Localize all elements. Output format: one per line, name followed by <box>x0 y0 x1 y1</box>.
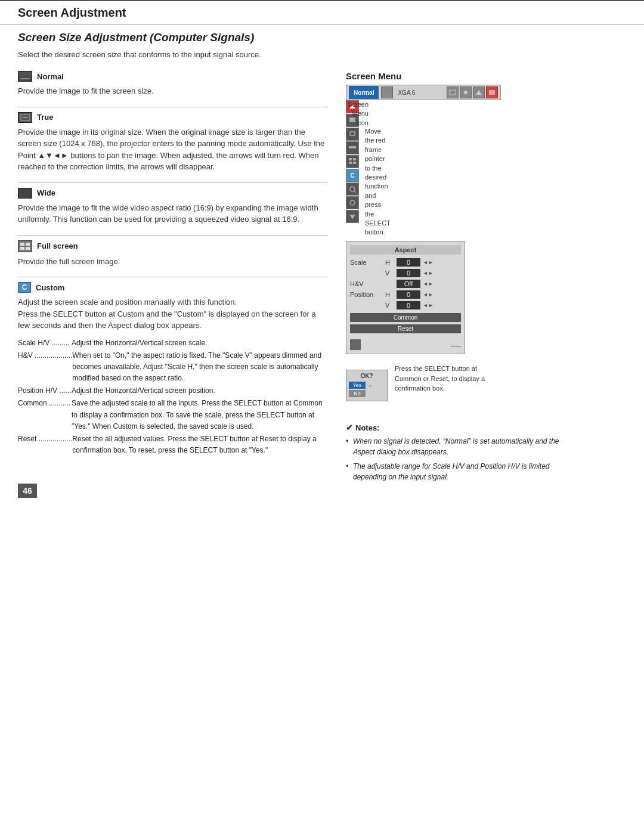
aspect-h-sublabel: H <box>385 259 394 266</box>
svg-rect-9 <box>349 146 356 148</box>
left-column: Normal Provide the image to fit the scre… <box>18 71 328 486</box>
menu-normal-btn[interactable]: Normal <box>349 86 379 99</box>
custom-icon: C <box>18 282 31 293</box>
mode-custom-header: C Custom <box>18 282 328 293</box>
fullscreen-label: Full screen <box>37 241 78 250</box>
menu-icon-2-svg <box>462 89 469 95</box>
two-col-layout: Normal Provide the image to fit the scre… <box>18 71 626 486</box>
detail-val-common: Save the adjusted scale to all the input… <box>72 398 328 432</box>
svg-marker-17 <box>349 215 355 219</box>
wide-desc: Provide the image to fit the wide video … <box>18 202 328 225</box>
mode-wide-header: Wide <box>18 188 328 199</box>
detail-val-scale: Adjust the Horizontal/Vertical screen sc… <box>72 337 328 349</box>
screen-menu-icon-callout: Screen Menu icon <box>348 100 369 128</box>
fullscreen-desc: Provide the full screen image. <box>18 256 328 268</box>
strip-box-zoom <box>346 182 359 196</box>
svg-line-15 <box>354 191 356 193</box>
menu-icon-1 <box>447 86 459 98</box>
aspect-pos-v-value: 0 <box>397 301 420 309</box>
aspect-buttons: Common Reset <box>350 313 461 333</box>
svg-rect-8 <box>350 132 355 135</box>
menu-icon-3 <box>473 86 485 98</box>
ok-no-row: No <box>349 390 385 397</box>
divider-4 <box>18 277 328 277</box>
header-title: Screen Adjustment <box>18 6 126 19</box>
custom-label: Custom <box>36 283 64 292</box>
notes-title-text: Notes: <box>355 423 379 432</box>
svg-marker-4 <box>476 90 482 95</box>
menu-icon-3-svg <box>475 89 482 95</box>
true-icon-svg <box>20 114 30 121</box>
common-button[interactable]: Common <box>350 313 461 322</box>
right-diagrams: Aspect Scale H 0 ◄► V <box>346 235 572 486</box>
camera-icon <box>381 86 393 98</box>
true-desc: Provide the image in its original size. … <box>18 126 328 173</box>
detail-key-scale: Scale H/V ......... <box>18 337 72 349</box>
aspect-scale-label: Scale <box>350 259 383 266</box>
ok-no-btn[interactable]: No <box>349 390 366 397</box>
mode-wide: Wide Provide the image to fit the wide v… <box>18 188 328 225</box>
true-label: True <box>37 113 53 122</box>
mode-normal: Normal Provide the image to fit the scre… <box>18 71 328 97</box>
fs-cell-2 <box>26 243 30 246</box>
content-area: Screen Size Adjustment (Computer Signals… <box>0 31 644 504</box>
aspect-scale-v-arrow: ◄► <box>423 270 434 276</box>
zoom-minus-icon <box>348 199 357 207</box>
fullscreen-mode-icon <box>348 157 357 166</box>
aspect-dialog-title: Aspect <box>350 245 461 255</box>
detail-key-reset: Reset ................. <box>18 433 72 456</box>
detail-item-hv: H&V ................... When set to "On,… <box>18 350 328 385</box>
aspect-footer-text: ___ <box>451 340 461 347</box>
screen-menu-icon-label: Screen Menu icon <box>348 101 369 126</box>
fullscreen-icon <box>18 240 32 252</box>
aspect-row-scale-h: Scale H 0 ◄► <box>350 258 461 267</box>
detail-key-hv: H&V ................... <box>18 350 72 385</box>
detail-item-position: Position H/V ...... Adjust the Horizonta… <box>18 385 328 397</box>
detail-key-common: Common............ <box>18 398 72 432</box>
menu-icon-4-active <box>486 86 498 98</box>
ok-yes-btn[interactable]: Yes <box>349 382 366 389</box>
svg-rect-2 <box>450 90 456 95</box>
ok-section: OK? Yes ← No Press the SELECT bu <box>346 364 572 401</box>
ok-dialog: OK? Yes ← No <box>346 370 388 401</box>
header-bar: Screen Adjustment <box>0 0 644 25</box>
custom-c-letter: C <box>350 172 354 179</box>
detail-item-reset: Reset ................. Reset the all ad… <box>18 433 328 456</box>
strip-box-down <box>346 210 359 223</box>
aspect-hv-label: H&V <box>350 280 383 287</box>
detail-list: Scale H/V ......... Adjust the Horizonta… <box>18 337 328 457</box>
screen-menu-title: Screen Menu <box>346 71 572 81</box>
detail-item-scale: Scale H/V ......... Adjust the Horizonta… <box>18 337 328 349</box>
fs-cell-4 <box>26 247 30 250</box>
checkmark-icon: ✔ <box>346 423 353 432</box>
mode-custom: C Custom Adjust the screen scale and pos… <box>18 282 328 456</box>
screen-menu-section: Screen Menu Normal XGA 6 <box>346 71 572 486</box>
xga-label: XGA 6 <box>398 89 415 96</box>
reset-button[interactable]: Reset <box>350 324 461 333</box>
aspect-scale-h-value: 0 <box>397 258 420 267</box>
aspect-pos-h-arrow: ◄► <box>423 292 434 298</box>
mode-true: True Provide the image in its original s… <box>18 112 328 173</box>
divider-3 <box>18 235 328 236</box>
true-icon <box>18 112 32 123</box>
aspect-scale-v-value: 0 <box>397 269 420 277</box>
screen-menu-wrapper: Normal XGA 6 <box>346 85 572 223</box>
aspect-hv-arrow: ◄► <box>423 281 434 287</box>
move-pointer-callout: Move the red frame pointerto the desired… <box>365 127 391 237</box>
aspect-footer-icon <box>350 339 361 350</box>
aspect-dialog: Aspect Scale H 0 ◄► V <box>346 241 465 354</box>
detail-key-position: Position H/V ...... <box>18 385 72 397</box>
wide-label: Wide <box>37 188 55 197</box>
menu-icon-4-svg <box>488 89 496 95</box>
strip-box-true-mode <box>346 128 359 141</box>
detail-item-common: Common............ Save the adjusted sca… <box>18 398 328 432</box>
mode-fullscreen-header: Full screen <box>18 240 328 252</box>
callout-area: Screen Menu icon Move the red frame poin… <box>359 100 369 223</box>
aspect-row-scale-v: V 0 ◄► <box>350 269 461 277</box>
down-arrow-icon <box>348 212 357 221</box>
aspect-position-label: Position <box>350 291 383 298</box>
detail-val-reset: Reset the all adjusted values. Press the… <box>72 433 328 456</box>
svg-rect-11 <box>353 158 356 160</box>
zoom-plus-icon <box>348 185 357 193</box>
true-mode-icon <box>348 130 357 138</box>
